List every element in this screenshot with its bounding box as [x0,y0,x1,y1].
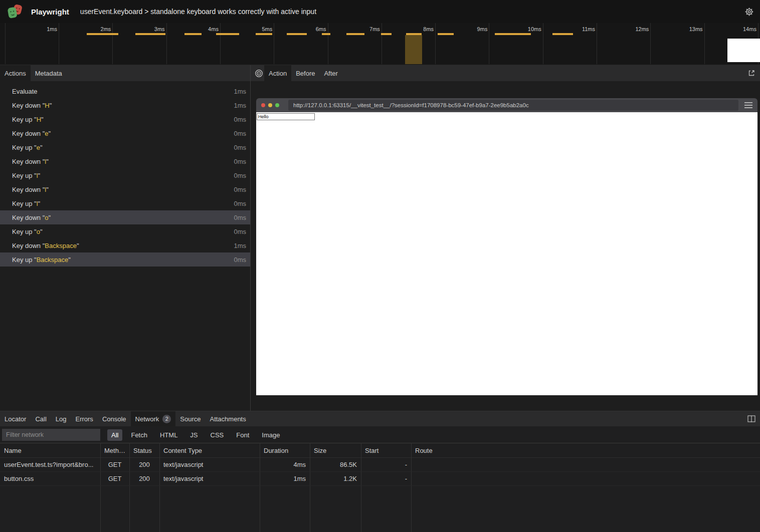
action-key: Backspace [37,256,69,263]
actions-tabbar: ActionsMetadata [0,65,250,81]
table-row[interactable]: userEvent.test.ts?import&bro...GET200tex… [0,458,760,472]
column-header-status: Status [129,447,159,454]
action-row[interactable]: Key down "o"0ms [0,210,250,224]
chip-fetch[interactable]: Fetch [127,429,151,441]
chip-html[interactable]: HTML [156,429,181,441]
column-header-start: Start [361,447,411,454]
action-row[interactable]: Evaluate1ms [0,84,250,98]
action-label: Key down " [12,242,45,249]
page-text-input[interactable] [257,113,315,120]
timeline-tick-label: 5ms [243,26,272,32]
action-duration: 0ms [234,228,246,235]
open-snapshot-button[interactable] [747,65,755,81]
action-label: Key down " [12,158,45,165]
chip-all[interactable]: All [107,429,122,441]
trace-title: userEvent.keyboard > standalone keyboard… [80,8,316,16]
action-label-quote: " [46,186,49,193]
action-row[interactable]: Key up "l"0ms [0,196,250,210]
action-row[interactable]: Key up "H"0ms [0,112,250,126]
filter-network-input[interactable] [2,429,100,441]
action-label-quote: " [49,130,51,137]
tab-action[interactable]: Action [264,65,291,81]
action-label-quote: " [40,144,43,151]
action-row[interactable]: Key down "Backspace"1ms [0,238,250,252]
cell-size: 1.2K [310,475,361,482]
action-row[interactable]: Key up "Backspace"0ms [0,252,250,267]
tab-log[interactable]: Log [51,411,71,426]
tab-locator[interactable]: Locator [0,411,31,426]
main-area: ActionsMetadata Evaluate1msKey down "H"1… [0,65,760,411]
action-label: Key up " [12,116,37,123]
chip-font[interactable]: Font [232,429,253,441]
network-count-badge: 2 [162,415,171,423]
action-label: Key down " [12,102,45,109]
details-panel: LocatorCallLogErrorsConsoleNetwork2Sourc… [0,411,760,532]
settings-button[interactable] [744,7,754,17]
tab-errors[interactable]: Errors [71,411,97,426]
table-row[interactable]: button.cssGET200text/javascript1ms1.2K- [0,472,760,486]
timeline-gridline [328,23,328,64]
action-key: o [45,214,48,221]
timeline-tick-label: 12ms [620,26,649,32]
browser-url: http://127.0.0.1:63315/__vitest_test__/?… [293,102,529,108]
action-duration: 1ms [234,102,246,109]
action-row[interactable]: Key down "e"0ms [0,126,250,140]
cell-name: button.css [0,475,100,482]
column-header-name: Name [0,447,100,454]
browser-menu-icon [744,102,752,108]
gear-icon [744,7,754,17]
timeline-tick-label: 8ms [405,26,434,32]
action-row[interactable]: Key up "e"0ms [0,140,250,154]
tab-console[interactable]: Console [98,411,131,426]
snapshot-panel: ActionBeforeAfter [251,65,760,411]
cell-status: 200 [129,475,159,482]
tab-network[interactable]: Network2 [131,411,176,426]
layout-toggle-button[interactable] [747,411,755,426]
window-dot-red [261,103,265,107]
tab-metadata[interactable]: Metadata [31,65,67,81]
action-label-quote: " [41,116,44,123]
action-row[interactable]: Key up "o"0ms [0,224,250,238]
tab-label: Locator [5,415,26,423]
tab-attachments[interactable]: Attachments [205,411,250,426]
table-header-row: NameMethodStatusContent TypeDurationSize… [0,443,760,458]
open-external-icon [747,69,755,77]
action-key: e [45,130,48,137]
timeline-tick-label: 3ms [136,26,165,32]
tab-before[interactable]: Before [291,65,319,81]
tab-after[interactable]: After [319,65,342,81]
column-separator [159,443,160,532]
action-label: Key down " [12,186,45,193]
window-dot-green [275,103,279,107]
action-label-quote: " [68,256,71,263]
action-label: Evaluate [12,88,38,95]
cell-start: - [361,461,411,468]
column-separator [361,443,361,532]
timeline-tick-label: 13ms [674,26,703,32]
timeline-tick-label: 7ms [351,26,380,32]
chip-image[interactable]: Image [258,429,284,441]
action-row[interactable]: Key up "l"0ms [0,168,250,182]
pick-locator-button[interactable] [255,65,263,81]
chip-css[interactable]: CSS [207,429,228,441]
action-label-quote: " [50,102,52,109]
action-label: Key up " [12,256,37,263]
timeline-tick-label: 1ms [28,26,57,32]
tab-source[interactable]: Source [175,411,205,426]
browser-chrome: http://127.0.0.1:63315/__vitest_test__/?… [256,98,757,112]
action-row[interactable]: Key down "l"0ms [0,154,250,168]
timeline-gridline [489,23,489,64]
action-label: Key up " [12,200,37,207]
timeline-gridline [5,23,6,64]
action-row[interactable]: Key down "l"0ms [0,182,250,196]
timeline[interactable]: 1ms2ms3ms4ms5ms6ms7ms8ms9ms10ms11ms12ms1… [0,23,760,65]
action-duration: 0ms [234,256,246,263]
action-duration: 0ms [234,158,246,165]
chip-js[interactable]: JS [186,429,202,441]
cell-size: 86.5K [310,461,361,468]
tab-actions[interactable]: Actions [0,65,31,81]
tab-call[interactable]: Call [31,411,51,426]
timeline-film-thumbnail[interactable] [727,39,760,62]
action-row[interactable]: Key down "H"1ms [0,98,250,112]
tab-label: Source [180,415,201,423]
